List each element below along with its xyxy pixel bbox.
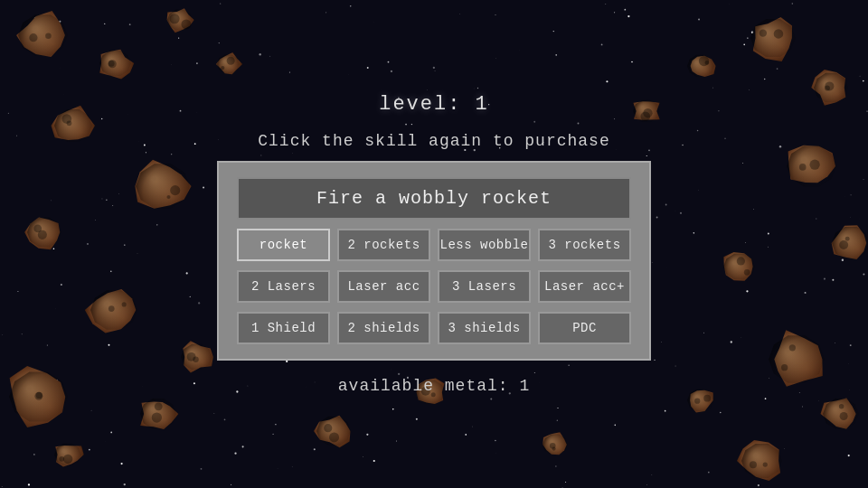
level-display: level: 1: [379, 93, 489, 116]
skill-title-button[interactable]: Fire a wobbly rocket: [237, 177, 631, 220]
skill-btn-3shields[interactable]: 3 shields: [438, 312, 531, 344]
skill-btn-pdc[interactable]: PDC: [538, 312, 631, 344]
skill-btn-2lasers[interactable]: 2 Lasers: [237, 270, 330, 303]
skill-btn-1shield[interactable]: 1 Shield: [237, 312, 330, 344]
skill-btn-2shields[interactable]: 2 shields: [337, 312, 430, 344]
skill-panel: Fire a wobbly rocket rocket 2 rockets Le…: [217, 161, 651, 361]
instruction-text: Click the skill again to purchase: [258, 132, 609, 150]
skill-row-1: rocket 2 rockets Less wobble 3 rockets: [237, 229, 631, 261]
skill-btn-2rockets[interactable]: 2 rockets: [337, 229, 430, 261]
skill-btn-less-wobble[interactable]: Less wobble: [438, 229, 531, 261]
skill-btn-3lasers[interactable]: 3 Lasers: [438, 270, 531, 303]
skill-btn-laser-acc[interactable]: Laser acc: [337, 270, 430, 303]
metal-display: available metal: 1: [338, 377, 530, 395]
skill-btn-rocket[interactable]: rocket: [237, 229, 330, 261]
skill-btn-3rockets[interactable]: 3 rockets: [538, 229, 631, 261]
skill-btn-laser-acc-plus[interactable]: Laser acc+: [538, 270, 631, 303]
skill-row-3: 1 Shield 2 shields 3 shields PDC: [237, 312, 631, 344]
skill-row-2: 2 Lasers Laser acc 3 Lasers Laser acc+: [237, 270, 631, 303]
